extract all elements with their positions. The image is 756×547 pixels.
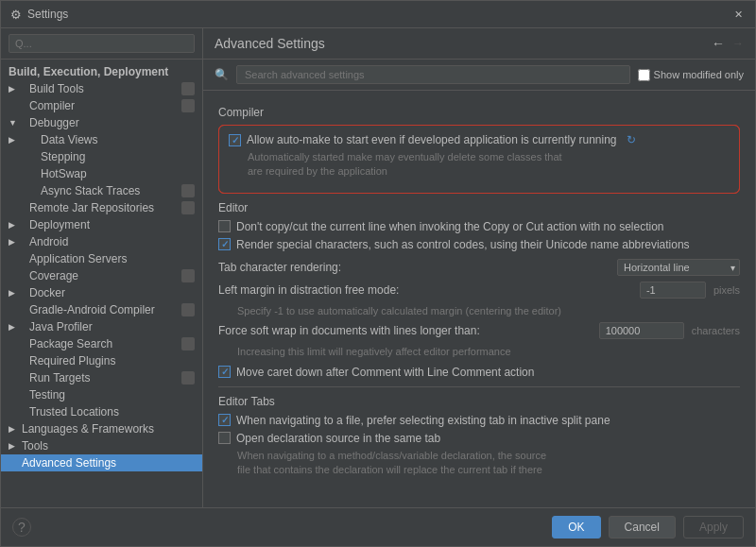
title-bar: ⚙ Settings ✕	[1, 1, 755, 28]
chevron-down-icon: ▼	[9, 118, 20, 128]
sidebar-item-build-exec[interactable]: Build, Execution, Deployment	[1, 63, 202, 80]
open-declaration-row: Open declaration source in the same tab	[218, 432, 740, 445]
chevron-right-icon: ▶	[9, 322, 20, 332]
auto-make-row: Allow auto-make to start even if develop…	[229, 133, 730, 146]
sidebar-search-area	[1, 28, 202, 60]
sidebar-item-android[interactable]: ▶ Android	[1, 233, 202, 250]
panel-header: Advanced Settings ← →	[203, 28, 755, 60]
render-special-row: Render special characters, such as contr…	[218, 238, 740, 251]
panel-title: Advanced Settings	[215, 36, 325, 51]
force-soft-wrap-input[interactable]	[599, 322, 684, 339]
title-bar-left: ⚙ Settings	[10, 8, 68, 22]
sidebar-item-app-servers[interactable]: Application Servers	[1, 250, 202, 267]
badge	[181, 82, 195, 95]
chevron-right-icon: ▶	[9, 424, 20, 434]
sidebar-item-debugger[interactable]: ▼ Debugger	[1, 114, 202, 131]
sidebar-item-trusted-locations[interactable]: Trusted Locations	[1, 403, 202, 420]
footer-buttons: OK Cancel Apply	[552, 516, 744, 538]
move-caret-row: Move caret down after Comment with Line …	[218, 366, 740, 379]
left-margin-row: Left margin in distraction free mode: pi…	[218, 282, 740, 299]
prefer-existing-checkbox[interactable]	[218, 414, 231, 426]
chevron-right-icon: ▶	[9, 441, 20, 451]
chevron-right-icon: ▶	[9, 288, 20, 298]
sidebar-item-java-profiler[interactable]: ▶ Java Profiler	[1, 318, 202, 335]
panel-header-right: ← →	[712, 36, 744, 51]
sidebar-item-async-stack[interactable]: Async Stack Traces	[1, 182, 202, 199]
move-caret-label: Move caret down after Comment with Line …	[236, 366, 534, 379]
search-icon: 🔍	[215, 68, 229, 81]
panel-body: Compiler Allow auto-make to start even i…	[203, 91, 755, 507]
badge	[181, 201, 195, 214]
open-declaration-label: Open declaration source in the same tab	[236, 432, 440, 445]
prefer-existing-label: When navigating to a file, prefer select…	[236, 414, 610, 427]
badge	[181, 184, 195, 197]
divider	[218, 386, 740, 387]
sidebar-item-tools[interactable]: ▶ Tools	[1, 437, 202, 454]
settings-dialog: ⚙ Settings ✕ Build, Execution, Deploymen…	[0, 0, 756, 547]
sidebar-item-advanced-settings[interactable]: Advanced Settings	[1, 454, 202, 471]
left-margin-input[interactable]	[640, 282, 706, 299]
help-button[interactable]: ?	[12, 518, 31, 537]
main-content: Build, Execution, Deployment ▶ Build Too…	[1, 28, 755, 507]
apply-button[interactable]: Apply	[683, 516, 744, 538]
sidebar-search-input[interactable]	[9, 34, 195, 53]
badge	[181, 337, 195, 350]
title-bar-right: ✕	[730, 7, 746, 22]
chars-label: characters	[692, 325, 740, 336]
render-special-checkbox[interactable]	[218, 238, 231, 250]
show-modified-container: Show modified only	[638, 69, 744, 81]
back-button[interactable]: ←	[712, 36, 725, 51]
dialog-title: Settings	[27, 8, 68, 21]
sidebar-item-languages-frameworks[interactable]: ▶ Languages & Frameworks	[1, 420, 202, 437]
sidebar-item-data-views[interactable]: ▶ Data Views	[1, 131, 202, 148]
dont-cut-checkbox[interactable]	[218, 220, 231, 232]
dont-cut-label: Don't copy/cut the current line when inv…	[236, 220, 664, 233]
panel-search-input[interactable]	[236, 65, 630, 84]
sidebar-item-run-targets[interactable]: Run Targets	[1, 369, 202, 386]
settings-icon: ⚙	[10, 8, 22, 22]
ok-button[interactable]: OK	[552, 516, 600, 538]
forward-icon: →	[732, 37, 744, 50]
sidebar-item-docker[interactable]: ▶ Docker	[1, 284, 202, 301]
compiler-section-title: Compiler	[218, 106, 740, 119]
compiler-highlighted-box: Allow auto-make to start even if develop…	[218, 125, 740, 194]
force-soft-wrap-label: Force soft wrap in documents with lines …	[218, 324, 592, 337]
show-modified-checkbox[interactable]	[638, 69, 650, 81]
auto-make-checkbox[interactable]	[229, 134, 241, 146]
tab-rendering-select-wrapper: Horizontal line Arrow None	[617, 259, 740, 276]
refresh-icon[interactable]: ↻	[627, 133, 636, 146]
dialog-footer: ? OK Cancel Apply	[1, 507, 755, 546]
move-caret-checkbox[interactable]	[218, 366, 231, 378]
sidebar-item-hotswap[interactable]: HotSwap	[1, 165, 202, 182]
tab-rendering-label: Tab character rendering:	[218, 261, 610, 274]
sidebar-item-deployment[interactable]: ▶ Deployment	[1, 216, 202, 233]
chevron-right-icon: ▶	[9, 135, 20, 145]
close-button[interactable]: ✕	[730, 7, 746, 22]
pixels-label: pixels	[713, 284, 740, 296]
left-margin-label: Left margin in distraction free mode:	[218, 283, 632, 297]
force-soft-wrap-desc: Increasing this limit will negatively af…	[237, 345, 740, 359]
sidebar-item-testing[interactable]: Testing	[1, 386, 202, 403]
sidebar-tree: Build, Execution, Deployment ▶ Build Too…	[1, 60, 202, 507]
sidebar-item-build-tools[interactable]: ▶ Build Tools	[1, 80, 202, 97]
sidebar-item-package-search[interactable]: Package Search	[1, 335, 202, 352]
right-panel: Advanced Settings ← → 🔍 Show modified on…	[203, 28, 755, 507]
badge	[181, 371, 195, 385]
prefer-existing-row: When navigating to a file, prefer select…	[218, 414, 740, 427]
editor-section-title: Editor	[218, 201, 740, 214]
sidebar-item-gradle-android[interactable]: Gradle-Android Compiler	[1, 301, 202, 318]
badge	[181, 99, 195, 112]
editor-tabs-section-title: Editor Tabs	[218, 395, 740, 408]
dont-cut-row: Don't copy/cut the current line when inv…	[218, 220, 740, 233]
sidebar-item-remote-jar[interactable]: Remote Jar Repositories	[1, 199, 202, 216]
open-declaration-checkbox[interactable]	[218, 432, 231, 444]
sidebar-item-compiler[interactable]: Compiler	[1, 97, 202, 114]
auto-make-desc: Automatically started make may eventuall…	[248, 150, 730, 179]
sidebar-item-required-plugins[interactable]: Required Plugins	[1, 352, 202, 369]
cancel-button[interactable]: Cancel	[609, 516, 676, 538]
sidebar-item-coverage[interactable]: Coverage	[1, 267, 202, 284]
tab-rendering-select[interactable]: Horizontal line Arrow None	[617, 259, 740, 276]
force-soft-wrap-row: Force soft wrap in documents with lines …	[218, 322, 740, 339]
tab-rendering-row: Tab character rendering: Horizontal line…	[218, 259, 740, 276]
sidebar-item-stepping[interactable]: Stepping	[1, 148, 202, 165]
